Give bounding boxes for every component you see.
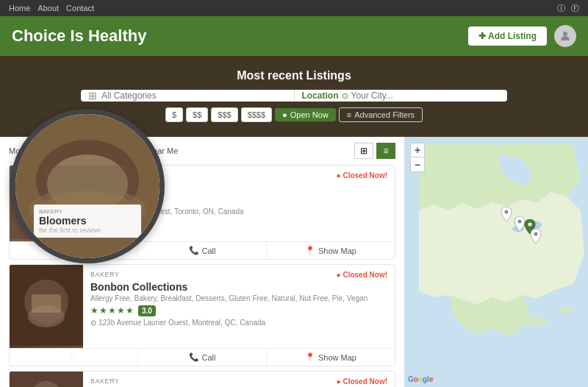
svg-point-19 (534, 232, 538, 236)
social-icons: Ⓘ Ⓕ (557, 3, 579, 14)
price-filter-2[interactable]: $$ (186, 107, 208, 122)
svg-rect-4 (24, 210, 68, 216)
listing-footer: ♡ 📞 Call 📍 Show Map (10, 348, 395, 366)
category-input[interactable] (101, 90, 287, 101)
price-filter-4[interactable]: $$$$ (241, 107, 272, 122)
listing-card-inner: BAKERY ● Closed Now! Bonbon Collections … (10, 265, 395, 348)
phone-icon: 📞 (189, 246, 199, 255)
grid-view-button[interactable]: ⊞ (354, 143, 373, 159)
call-button[interactable]: 📞 Call (138, 349, 267, 366)
show-map-button[interactable]: 📍 Show Map (267, 349, 395, 366)
svg-rect-8 (32, 294, 61, 313)
call-button[interactable]: 📞 Call (138, 242, 267, 259)
listing-details: BAKERY ● Closed Now! Bonbon Collections … (83, 265, 395, 348)
filter-icon: ≡ (347, 110, 351, 119)
sort-most-reviewed[interactable]: Most Reviewed (9, 146, 64, 155)
filter-bar: $ $$ $$$ $$$$ ● Open Now ≡ Advanced Filt… (12, 107, 576, 122)
nav-links: Home About Contact (9, 4, 94, 13)
add-listing-button[interactable]: ✚ Add Listing (468, 26, 547, 46)
address-text: 123b Avenue Laurier Ouest, Montreal, QC,… (98, 319, 265, 327)
heart-button[interactable]: ♡ (10, 349, 138, 366)
status-row: BAKERY ● Closed Now! (90, 377, 387, 386)
status-badge: ● Closed Now! (336, 171, 387, 180)
facebook-icon[interactable]: Ⓕ (571, 3, 579, 14)
hero-section: Most recent Listings ⊞ Location ⊙ $ $$ $… (0, 56, 588, 137)
grid-icon: ⊞ (88, 90, 97, 102)
sort-most-viewed[interactable]: 👁 Most Viewed (73, 146, 129, 155)
heart-button[interactable]: ♡ (10, 242, 138, 259)
listing-details: BAKERY ● Closed Now! Bloomers Be the fir… (83, 166, 395, 241)
location-input[interactable] (351, 90, 501, 101)
listing-address: ⊙ 873 Bloor Street West, Toronto, ON, Ca… (90, 207, 387, 216)
phone-icon: 📞 (189, 352, 199, 362)
address-text: 873 Bloor Street West, Toronto, ON, Cana… (98, 207, 244, 216)
advanced-filters-label: Advanced Filters (354, 110, 415, 119)
heart-icon: ♡ (70, 352, 77, 362)
star-4: ★ (117, 305, 125, 316)
listing-card-inner: BAKERY ● Closed Now! Bloomers Be the fir… (10, 166, 395, 241)
listing-card: BAKERY ● Closed Now! Bonbon Collections … (9, 371, 395, 387)
status-row: BAKERY ● Closed Now! (90, 271, 387, 280)
listing-footer: ♡ 📞 Call 📍 Show Map (10, 241, 395, 259)
price-filter-1[interactable]: $ (165, 107, 183, 122)
show-map-button[interactable]: 📍 Show Map (267, 242, 395, 259)
closed-label: Closed Now! (343, 271, 387, 279)
sort-bar: Most Reviewed 👁 Most Viewed ⊙ Near Me ⊞ … (9, 143, 395, 159)
listing-category: BAKERY (90, 377, 119, 385)
category-search: ⊞ (81, 90, 295, 102)
map-zoom-controls: + − (410, 143, 425, 172)
zoom-in-button[interactable]: + (410, 143, 425, 157)
show-map-label: Show Map (318, 246, 356, 255)
closed-label: Closed Now! (343, 171, 387, 180)
pin-icon: ⊙ (90, 207, 96, 216)
listing-tags: Allergy Free, Bakery, Breakfast, Dessert… (90, 294, 387, 302)
listing-category: BAKERY (90, 271, 119, 278)
map[interactable]: + − Google (404, 137, 588, 387)
star-rating: ★ ★ ★ ★ ★ 3.0 (90, 305, 387, 316)
list-view-button[interactable]: ≡ (376, 143, 395, 159)
nav-home[interactable]: Home (9, 4, 30, 13)
listing-details: BAKERY ● Closed Now! Bonbon Collections … (83, 372, 395, 387)
zoom-out-button[interactable]: − (410, 157, 425, 172)
svg-point-14 (518, 316, 548, 325)
map-pin-4[interactable] (529, 229, 542, 247)
sort-near-me[interactable]: ⊙ Near Me (138, 146, 178, 156)
header: Choice Is Healthy ✚ Add Listing (0, 16, 588, 56)
closed-icon: ● (336, 377, 340, 386)
hero-title: Most recent Listings (12, 69, 576, 82)
search-bar: ⊞ Location ⊙ (81, 90, 507, 102)
listing-address: ⊙ 123b Avenue Laurier Ouest, Montreal, Q… (90, 319, 387, 327)
star-5: ★ (126, 305, 134, 316)
hero-content: Most recent Listings ⊞ Location ⊙ $ $$ $… (12, 69, 576, 122)
listings-panel: Most Reviewed 👁 Most Viewed ⊙ Near Me ⊞ … (0, 137, 404, 387)
map-pin-icon: 📍 (305, 352, 315, 362)
listing-image (10, 265, 83, 348)
listing-card: BAKERY ● Closed Now! Bonbon Collections … (9, 264, 395, 366)
nav-contact[interactable]: Contact (66, 4, 94, 13)
listing-name[interactable]: Bonbon Collections (90, 281, 387, 293)
svg-point-16 (505, 210, 509, 214)
advanced-filters-button[interactable]: ≡ Advanced Filters (339, 107, 423, 122)
svg-point-15 (560, 307, 572, 313)
heart-icon: ♡ (70, 246, 77, 255)
avatar[interactable] (554, 25, 576, 47)
listing-name[interactable]: Bloomers (90, 182, 387, 195)
listing-review: Be the first to review! (90, 196, 387, 205)
map-pin-icon: 📍 (305, 246, 315, 255)
status-row: BAKERY ● Closed Now! (90, 171, 387, 180)
call-label: Call (202, 353, 216, 362)
map-pin-1[interactable] (500, 207, 513, 225)
status-badge: ● Closed Now! (336, 271, 387, 279)
nav-about[interactable]: About (37, 4, 59, 13)
location-label: Location (302, 90, 339, 101)
pin-icon: ⊙ (90, 319, 96, 327)
instagram-icon[interactable]: Ⓘ (557, 3, 565, 14)
top-nav: Home About Contact Ⓘ Ⓕ (0, 0, 588, 16)
star-1: ★ (90, 305, 98, 316)
location-pin-icon: ⊙ (342, 91, 348, 101)
open-now-button[interactable]: ● Open Now (275, 108, 336, 121)
price-filter-3[interactable]: $$$ (211, 107, 237, 122)
call-label: Call (202, 246, 216, 255)
view-toggle: ⊞ ≡ (354, 143, 395, 159)
open-now-label: Open Now (290, 110, 329, 119)
